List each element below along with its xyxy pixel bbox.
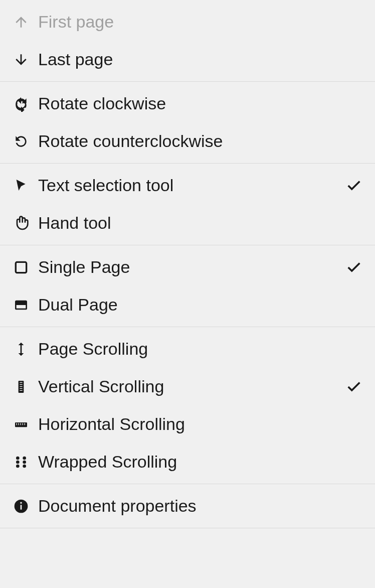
dual-page-label: Dual Page	[38, 295, 363, 315]
rotate-clockwise-label: Rotate clockwise	[38, 94, 363, 113]
horizontal-scrolling-label: Horizontal Scrolling	[38, 414, 363, 434]
dual-page-icon	[12, 296, 30, 314]
svg-point-16	[23, 456, 26, 460]
single-page-icon	[12, 258, 30, 276]
cursor-icon	[12, 177, 30, 195]
svg-point-18	[23, 460, 26, 464]
vertical-scrolling-label: Vertical Scrolling	[38, 377, 345, 396]
svg-point-23	[20, 502, 22, 503]
first-page-item: First page	[0, 3, 375, 41]
page-layout-section: Single Page Dual Page	[0, 245, 375, 327]
wrapped-scrolling-icon	[12, 453, 30, 471]
svg-rect-10	[17, 423, 17, 425]
check-icon	[345, 177, 363, 195]
navigation-section: First page Last page	[0, 0, 375, 82]
arrow-up-icon	[12, 13, 30, 31]
svg-point-19	[16, 464, 20, 468]
svg-rect-8	[20, 390, 22, 390]
single-page-label: Single Page	[38, 257, 345, 277]
svg-point-17	[16, 460, 20, 464]
wrapped-scrolling-label: Wrapped Scrolling	[38, 452, 363, 472]
first-page-label: First page	[38, 12, 363, 32]
hand-icon	[12, 214, 30, 232]
rotate-clockwise-item[interactable]: Rotate clockwise	[0, 85, 375, 122]
rotate-counterclockwise-item[interactable]: Rotate counterclockwise	[0, 122, 375, 160]
text-selection-tool-label: Text selection tool	[38, 176, 345, 195]
horizontal-scrolling-item[interactable]: Horizontal Scrolling	[0, 405, 375, 443]
svg-rect-2	[17, 305, 26, 309]
svg-point-20	[23, 464, 26, 468]
page-scrolling-label: Page Scrolling	[38, 339, 363, 359]
rotate-counterclockwise-icon	[12, 132, 30, 151]
vertical-scrolling-icon	[12, 378, 30, 396]
svg-rect-11	[19, 423, 19, 425]
svg-rect-13	[23, 423, 23, 425]
last-page-label: Last page	[38, 50, 363, 69]
dual-page-item[interactable]: Dual Page	[0, 286, 375, 324]
rotation-section: Rotate clockwise Rotate counterclockwise	[0, 82, 375, 164]
arrow-down-icon	[12, 51, 30, 69]
vertical-scrolling-item[interactable]: Vertical Scrolling	[0, 368, 375, 405]
page-scrolling-icon	[12, 340, 30, 358]
tools-section: Text selection tool Hand tool	[0, 164, 375, 245]
text-selection-tool-item[interactable]: Text selection tool	[0, 167, 375, 204]
hand-tool-label: Hand tool	[38, 213, 363, 233]
info-icon	[12, 497, 30, 515]
svg-point-15	[16, 456, 20, 460]
hand-tool-item[interactable]: Hand tool	[0, 204, 375, 242]
last-page-item[interactable]: Last page	[0, 41, 375, 78]
svg-rect-14	[25, 423, 25, 425]
scrolling-section: Page Scrolling Vertical Scrolling Horizo…	[0, 327, 375, 484]
single-page-item[interactable]: Single Page	[0, 248, 375, 286]
check-icon	[345, 378, 363, 396]
svg-rect-0	[16, 262, 26, 272]
svg-rect-6	[20, 386, 22, 386]
svg-rect-5	[20, 384, 22, 384]
info-section: Document properties	[0, 484, 375, 528]
document-properties-label: Document properties	[38, 496, 363, 516]
check-icon	[345, 258, 363, 276]
svg-rect-4	[20, 382, 22, 382]
rotate-counterclockwise-label: Rotate counterclockwise	[38, 131, 363, 151]
document-properties-item[interactable]: Document properties	[0, 487, 375, 525]
svg-rect-7	[20, 388, 22, 388]
rotate-clockwise-icon	[12, 95, 30, 113]
wrapped-scrolling-item[interactable]: Wrapped Scrolling	[0, 443, 375, 481]
horizontal-scrolling-icon	[12, 415, 30, 433]
svg-rect-12	[21, 423, 21, 425]
svg-rect-22	[21, 505, 22, 509]
page-scrolling-item[interactable]: Page Scrolling	[0, 330, 375, 368]
